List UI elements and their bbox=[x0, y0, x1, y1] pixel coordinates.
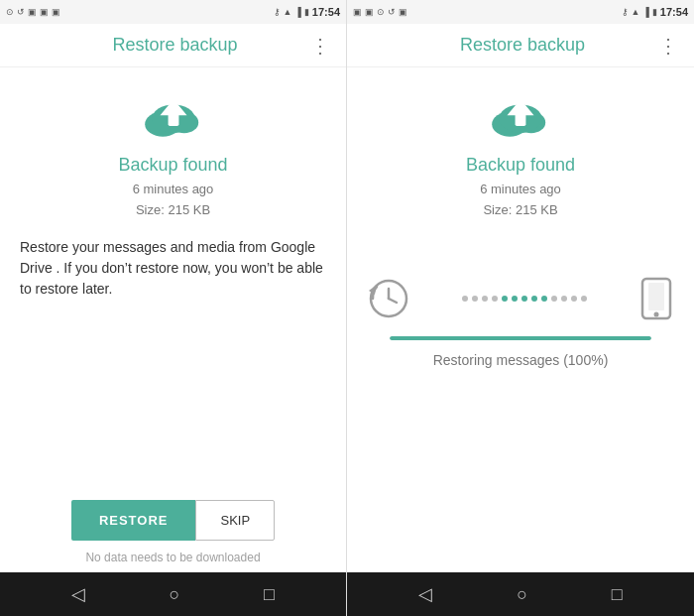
buttons-area-left: RESTORE SKIP No data needs to be downloa… bbox=[0, 500, 346, 572]
back-nav-right[interactable]: ◁ bbox=[418, 583, 432, 605]
screen-title-left: Restore backup bbox=[40, 35, 310, 56]
svg-line-12 bbox=[389, 299, 397, 303]
action-buttons-left: RESTORE SKIP bbox=[71, 500, 275, 541]
restore-description-left: Restore your messages and media from Goo… bbox=[20, 237, 326, 300]
backup-meta-left: 6 minutes ago Size: 215 KB bbox=[133, 180, 214, 221]
key-icon: ⚷ bbox=[274, 7, 281, 17]
status-bar-left: ⊙ ↺ ▣ ▣ ▣ ⚷ ▲ ▐ ▮ 17:54 bbox=[0, 0, 346, 24]
transfer-dot bbox=[521, 296, 527, 302]
menu-button-left[interactable]: ⋮ bbox=[310, 36, 330, 56]
sync-icon-right: ↺ bbox=[388, 7, 396, 17]
transfer-dot bbox=[492, 296, 498, 302]
transfer-dot bbox=[472, 296, 478, 302]
transfer-dot bbox=[502, 296, 508, 302]
app-icon-r2: ▣ bbox=[365, 7, 374, 17]
wifi-icon-right: ▲ bbox=[632, 7, 640, 17]
backup-time-left: 6 minutes ago bbox=[133, 180, 214, 200]
screen-title-right: Restore backup bbox=[387, 35, 658, 56]
transfer-dot bbox=[581, 296, 587, 302]
key-icon-right: ⚷ bbox=[622, 7, 629, 17]
cloud-upload-icon-left bbox=[134, 87, 213, 147]
skip-button[interactable]: SKIP bbox=[195, 500, 275, 541]
wifi-icon: ▲ bbox=[284, 7, 292, 17]
status-right-icons: ⚷ ▲ ▐ ▮ 17:54 bbox=[274, 6, 340, 18]
left-screen: ⊙ ↺ ▣ ▣ ▣ ⚷ ▲ ▐ ▮ 17:54 Restore backup ⋮ bbox=[0, 0, 347, 616]
status-left-icons: ⊙ ↺ ▣ ▣ ▣ bbox=[6, 7, 60, 17]
transfer-dot bbox=[561, 296, 567, 302]
status-left-icons-right: ▣ ▣ ⊙ ↺ ▣ bbox=[353, 7, 407, 17]
app-icon-2: ▣ bbox=[40, 7, 49, 17]
transfer-animation bbox=[367, 277, 674, 320]
status-bar-right: ▣ ▣ ⊙ ↺ ▣ ⚷ ▲ ▐ ▮ 17:54 bbox=[347, 0, 694, 24]
time-display-right: 17:54 bbox=[660, 6, 688, 18]
app-icon-1: ▣ bbox=[28, 7, 37, 17]
notification-icon: ⊙ bbox=[6, 7, 14, 17]
transfer-dots bbox=[414, 296, 635, 302]
home-nav-right[interactable]: ○ bbox=[517, 584, 527, 605]
transfer-dot bbox=[482, 296, 488, 302]
app-icon-3: ▣ bbox=[52, 7, 60, 17]
progress-bar-wrapper bbox=[390, 336, 651, 340]
progress-bar-fill bbox=[390, 336, 651, 340]
app-icon-r1: ▣ bbox=[353, 7, 362, 17]
content-left: Backup found 6 minutes ago Size: 215 KB … bbox=[0, 67, 346, 500]
backup-size-right: Size: 215 KB bbox=[480, 200, 561, 221]
transfer-dot bbox=[531, 296, 537, 302]
svg-rect-15 bbox=[648, 283, 664, 310]
transfer-dot bbox=[551, 296, 557, 302]
top-bar-right: Restore backup ⋮ bbox=[347, 24, 694, 67]
history-icon bbox=[367, 277, 410, 320]
svg-point-16 bbox=[654, 311, 659, 316]
no-download-note: No data needs to be downloaded bbox=[85, 551, 260, 564]
top-bar-left: Restore backup ⋮ bbox=[0, 24, 346, 67]
backup-found-label-left: Backup found bbox=[118, 155, 227, 176]
cloud-upload-icon-right bbox=[481, 87, 560, 147]
back-nav-left[interactable]: ◁ bbox=[71, 583, 85, 605]
time-display-left: 17:54 bbox=[312, 6, 340, 18]
content-right: Backup found 6 minutes ago Size: 215 KB bbox=[347, 67, 694, 572]
right-screen: ▣ ▣ ⊙ ↺ ▣ ⚷ ▲ ▐ ▮ 17:54 Restore backup ⋮ bbox=[347, 0, 694, 616]
menu-button-right[interactable]: ⋮ bbox=[658, 36, 678, 56]
transfer-dot bbox=[462, 296, 468, 302]
recents-nav-right[interactable]: □ bbox=[612, 584, 623, 605]
signal-icon-right: ▐ bbox=[642, 7, 648, 17]
recents-nav-left[interactable]: □ bbox=[264, 584, 275, 605]
sync-icon: ↺ bbox=[17, 7, 25, 17]
transfer-dot bbox=[512, 296, 518, 302]
notification-icon-right: ⊙ bbox=[377, 7, 385, 17]
transfer-dot bbox=[571, 296, 577, 302]
backup-size-left: Size: 215 KB bbox=[133, 200, 214, 221]
home-nav-left[interactable]: ○ bbox=[170, 584, 180, 605]
nav-bar-right: ◁ ○ □ bbox=[347, 572, 694, 616]
transfer-dot bbox=[541, 296, 547, 302]
restoring-label: Restoring messages (100%) bbox=[433, 352, 609, 368]
backup-time-right: 6 minutes ago bbox=[480, 180, 561, 200]
progress-area: Restoring messages (100%) bbox=[367, 257, 674, 388]
svg-marker-13 bbox=[369, 285, 377, 295]
app-icon-r3: ▣ bbox=[399, 7, 407, 17]
restore-button[interactable]: RESTORE bbox=[71, 500, 196, 541]
backup-meta-right: 6 minutes ago Size: 215 KB bbox=[480, 180, 561, 221]
nav-bar-left: ◁ ○ □ bbox=[0, 572, 346, 616]
battery-icon: ▮ bbox=[304, 7, 309, 17]
status-right-icons-right: ⚷ ▲ ▐ ▮ 17:54 bbox=[622, 6, 688, 18]
battery-icon-right: ▮ bbox=[652, 7, 657, 17]
phone-icon bbox=[638, 277, 674, 320]
signal-icon: ▐ bbox=[294, 7, 300, 17]
backup-found-label-right: Backup found bbox=[466, 155, 575, 176]
